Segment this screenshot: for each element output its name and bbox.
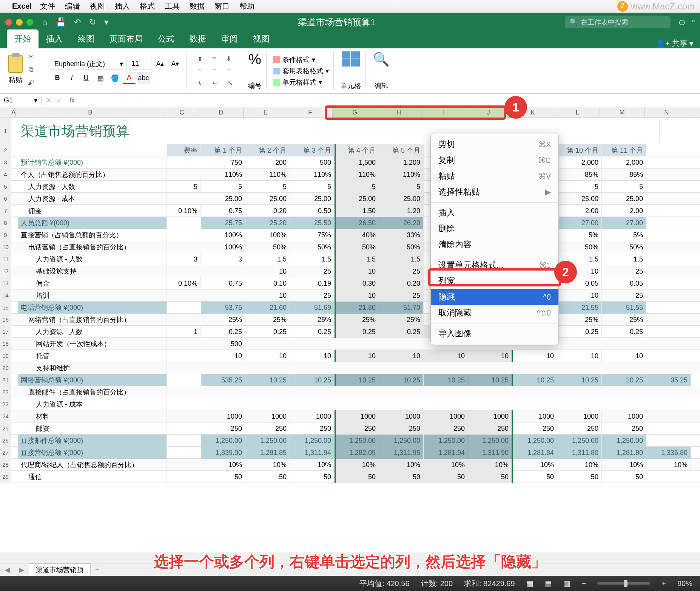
cell[interactable]: 26.50 [335,217,379,229]
cell[interactable]: 10.25 [468,374,513,386]
font-family-select[interactable]: Euphemia (正文)▾ [51,58,126,70]
cell[interactable]: 10 [335,350,379,362]
app-name[interactable]: Excel [12,2,32,11]
cell[interactable]: 1,336.80 [646,447,691,459]
cut-icon[interactable]: ✂ [26,51,36,62]
ctx-item[interactable]: 删除 [431,221,558,237]
percent-icon[interactable]: % [248,51,262,68]
cell[interactable]: 10% [379,459,424,471]
cell[interactable]: 第 5 个月 [379,144,424,156]
name-box[interactable]: G1▾ [0,96,42,105]
font-size-select[interactable]: 11 [129,58,151,70]
cancel-formula-icon[interactable]: ✕ [46,96,52,105]
undo-icon[interactable]: ↶ [74,17,81,27]
cell-label[interactable]: 预计销售总额 ¥(000) [18,156,167,169]
orientation-icon[interactable]: ⤹ [193,78,206,88]
cell[interactable]: 10 [424,350,468,362]
cell[interactable]: 25.00 [557,193,602,205]
cell[interactable]: 10% [513,459,557,471]
copy-icon[interactable]: ⧉ [26,64,36,75]
cell[interactable]: 1,311.90 [468,447,513,459]
cell[interactable]: 110% [201,169,245,181]
row-header[interactable]: 12 [0,265,11,277]
row-header[interactable]: 14 [0,289,11,302]
cell[interactable]: 1,250.00 [379,435,424,447]
cell[interactable]: 100% [201,229,245,241]
cell[interactable]: 250 [424,422,468,435]
cell[interactable]: 1,250.00 [245,435,290,447]
cell[interactable]: 25 [290,265,335,277]
cell[interactable]: 250 [379,422,424,435]
cell[interactable]: 10% [290,459,335,471]
cell[interactable]: 10 [245,350,290,362]
ctx-item[interactable]: 插入 [431,205,558,221]
cell[interactable]: 1,200 [379,156,424,169]
cell[interactable]: 10.25 [379,374,424,386]
cell-label[interactable]: 网络营销总额 ¥(000) [18,374,167,386]
cell[interactable]: 0.25 [557,326,602,338]
cell[interactable]: 10 [602,350,646,362]
cell[interactable]: 1,281.94 [424,447,468,459]
cell[interactable]: 1000 [245,410,290,422]
cell[interactable]: 25.20 [245,217,290,229]
menu-insert[interactable]: 插入 [115,1,130,11]
paste-button[interactable]: 粘贴 [8,51,23,88]
cell[interactable]: 10 [557,289,602,302]
row-header[interactable]: 1 [0,118,11,144]
accept-formula-icon[interactable]: ✓ [56,96,62,105]
row-header[interactable]: 29 [0,471,11,483]
cell[interactable]: 75% [290,229,335,241]
cell[interactable]: 5 [167,181,201,193]
cell[interactable]: 10 [290,350,335,362]
cell[interactable]: 25.00 [335,193,379,205]
minimize-window-button[interactable] [16,19,23,26]
row-header[interactable]: 21 [0,374,11,386]
cell-label[interactable]: 人力资源 - 成本 [18,193,167,205]
wrap-text-icon[interactable]: ↩ [208,78,221,88]
cell[interactable]: 50 [201,471,245,483]
cell[interactable]: 250 [290,422,335,435]
cell[interactable]: 1.5 [245,253,290,265]
row-header[interactable]: 7 [0,205,11,217]
cell[interactable]: 85% [557,169,602,181]
cell[interactable]: 21.60 [245,302,290,314]
cell-label[interactable]: 直接营销总额 ¥(000) [18,447,167,459]
row-header[interactable]: 2 [0,144,11,156]
italic-button[interactable]: I [65,72,78,84]
cell[interactable]: 50 [335,471,379,483]
cell[interactable]: 10 [557,350,602,362]
cell[interactable]: 5 [201,181,245,193]
cell[interactable]: 250 [513,422,557,435]
menu-format[interactable]: 格式 [140,1,155,11]
row-header[interactable]: 22 [0,386,11,398]
maximize-window-button[interactable] [26,19,33,26]
cell[interactable]: 50 [468,471,513,483]
cell[interactable]: 26.20 [379,217,424,229]
tab-insert[interactable]: 插入 [39,29,70,48]
cell[interactable]: 10.25 [245,374,290,386]
redo-icon[interactable]: ↻ [89,17,96,27]
cell-label[interactable]: 人力资源 - 人数 [18,253,167,265]
cell[interactable]: 费率 [167,144,201,156]
cell[interactable]: 1,311.80 [557,447,602,459]
cell[interactable]: 500 [290,156,335,169]
cell[interactable]: 1,281.84 [513,447,557,459]
cell[interactable]: 25% [290,314,335,326]
add-sheet-icon[interactable]: + [91,566,104,574]
cell[interactable]: 0.25 [335,326,379,338]
table-format-button[interactable]: 套用表格格式 ▾ [273,67,329,76]
cell[interactable]: 5% [557,229,602,241]
cell[interactable]: 27.00 [557,217,602,229]
cell[interactable]: 1.5 [335,253,379,265]
cell-label[interactable]: 佣金 [18,205,167,217]
cell[interactable]: 0.25 [379,326,424,338]
cell-label[interactable]: 直接邮件总额 ¥(000) [18,435,167,447]
cell[interactable]: 1000 [557,410,602,422]
row-header[interactable]: 20 [0,362,11,374]
close-window-button[interactable] [5,19,12,26]
cell-label[interactable]: 直接邮件（占直接销售的百分比） [18,386,167,398]
cell[interactable]: 0.10 [245,277,290,289]
find-icon[interactable]: 🔍 [373,51,390,67]
cell[interactable]: 第 1 个月 [201,144,245,156]
cell[interactable]: 5 [245,181,290,193]
